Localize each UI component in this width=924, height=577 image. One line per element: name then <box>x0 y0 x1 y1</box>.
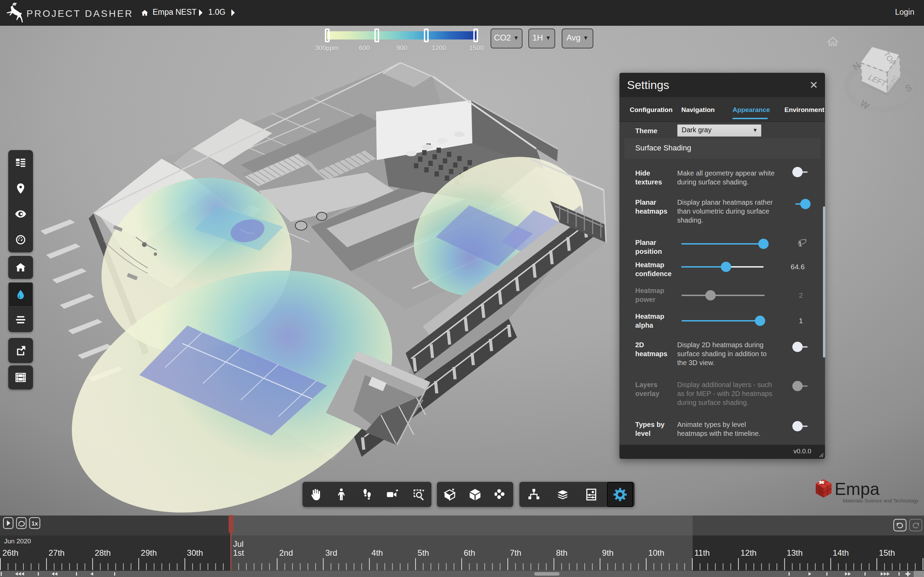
svg-text:Materials Science and Technolo: Materials Science and Technology <box>843 498 919 503</box>
svg-text:2nd: 2nd <box>279 548 293 558</box>
svg-text:28th: 28th <box>95 548 111 558</box>
svg-text:Jul: Jul <box>233 539 244 548</box>
svg-text:12th: 12th <box>740 548 757 558</box>
svg-text:11th: 11th <box>695 548 710 558</box>
svg-text:13th: 13th <box>787 548 803 558</box>
svg-text:8th: 8th <box>556 548 567 558</box>
svg-text:S: S <box>904 82 913 94</box>
svg-text:30th: 30th <box>187 548 203 558</box>
svg-text:9th: 9th <box>602 548 614 558</box>
svg-text:4th: 4th <box>372 548 383 558</box>
svg-text:15th: 15th <box>879 548 895 558</box>
svg-text:27th: 27th <box>48 548 65 558</box>
svg-text:29th: 29th <box>141 548 157 558</box>
svg-text:10th: 10th <box>648 548 664 558</box>
svg-text:3rd: 3rd <box>325 548 337 558</box>
svg-text:1st: 1st <box>233 548 244 558</box>
svg-text:Empa: Empa <box>835 479 880 499</box>
svg-text:6th: 6th <box>464 548 475 558</box>
svg-text:14th: 14th <box>833 548 849 558</box>
svg-text:7th: 7th <box>510 548 521 558</box>
svg-text:1x: 1x <box>32 521 38 527</box>
svg-text:5th: 5th <box>418 548 429 558</box>
svg-text:26th: 26th <box>2 548 19 558</box>
